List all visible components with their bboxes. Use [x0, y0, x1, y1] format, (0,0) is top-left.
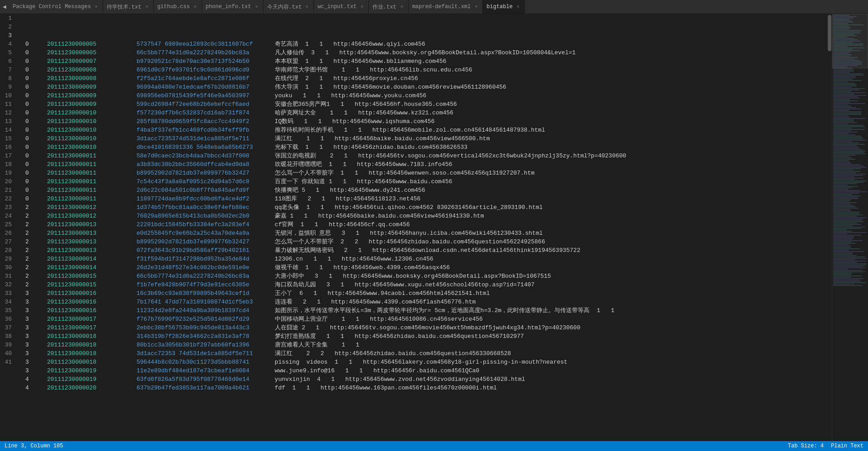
- col-space: [36, 212, 45, 220]
- col-hash: 80b1cc3a3056b301bf297abb60fa1396: [137, 341, 268, 349]
- col-timestamp: 20111230000018: [47, 358, 124, 366]
- col-hash: b89952902d7821db37e8999776b32427: [137, 169, 268, 177]
- col-space: [36, 74, 45, 83]
- col-space: [36, 177, 45, 186]
- col-content: 本本联盟 1 1 http:456456www.bblianmeng.com45…: [268, 57, 446, 66]
- vertical-scrollbar[interactable]: [827, 14, 832, 441]
- tab-close-button[interactable]: ×: [254, 4, 259, 10]
- line-number: 17: [0, 152, 15, 160]
- col-flag: 0: [25, 126, 34, 134]
- col-space2: [126, 126, 135, 134]
- code-area[interactable]: 0 20111230000005 5737547 6989eea12893c0c…: [19, 14, 827, 441]
- main-content: 1234567891011121314151617181920212223242…: [0, 14, 868, 441]
- table-row: 3 20111230000016 16c3b69cc93e838f89895b4…: [24, 289, 827, 298]
- tab-wc_input_txt[interactable]: wc_input.txt×: [314, 0, 368, 14]
- tab-close-button[interactable]: ×: [304, 4, 310, 10]
- col-hash: 112324d2e8fa2449a9ba309b18397cd4: [137, 306, 268, 315]
- table-row: 0 20111230000011 a3b83dc38b2bbc35660dffc…: [24, 160, 827, 169]
- col-space2: [126, 341, 135, 349]
- col-timestamp: 20111230000011: [47, 169, 124, 177]
- col-flag: 4: [25, 384, 34, 392]
- table-row: 0 20111230000010 f577230df7b6c532837cd16…: [24, 109, 827, 117]
- col-space2: [126, 160, 135, 169]
- col-flag: 3: [25, 298, 34, 306]
- col-space: [36, 83, 45, 91]
- col-flag: 0: [25, 169, 34, 177]
- col-flag: 3: [25, 366, 34, 375]
- col-content: 中国移动网上营业厅 1 1 http:45645610086.cn456serv…: [268, 315, 483, 323]
- col-timestamp: 20111230000009: [47, 83, 124, 91]
- col-content: 在线代理 2 1 http:456456proxyie.cn456: [268, 74, 418, 83]
- col-timestamp: 20111230000012: [47, 203, 124, 212]
- col-timestamp: 20111230000018: [47, 332, 124, 341]
- table-row: 2 20111230000015 66c5bb7774e31d0a2227824…: [24, 272, 827, 280]
- col-timestamp: 20111230000018: [47, 349, 124, 358]
- col-content: 百度一下 你就知道 1 1 http:456456www.baidu.com45…: [268, 177, 452, 186]
- table-row: 0 20111230000011 58e7d0caec23bcb4daa7bbc…: [24, 152, 827, 160]
- col-content: 凡人修仙传 3 1 http:456456www.booksky.org456B…: [268, 48, 576, 57]
- col-content: 豪嘉 1 1 http:456456baike.baidu.com456view…: [268, 212, 484, 220]
- tab-label: bigtable: [486, 4, 513, 10]
- col-hash: f767b76990f9232e525d5014d802fd29: [137, 315, 268, 323]
- tab-close-button[interactable]: ×: [473, 4, 479, 10]
- tab-_____txt[interactable]: 今天内容.txt×: [264, 0, 314, 14]
- line-number: 21: [0, 186, 15, 195]
- table-row: 0 20111230000008 6961d0c97fe93701fc9c0d8…: [24, 66, 827, 74]
- table-row: 0 20111230000005 5737547 6989eea12893c0c…: [24, 40, 827, 48]
- col-timestamp: 20111230000008: [47, 74, 124, 83]
- col-content: 梦幻打造熟练度 1 1 http:456456zhidao.baidu.com4…: [268, 332, 524, 341]
- table-row: 3 20111230000016 112324d2e8fa2449a9ba309…: [24, 306, 827, 315]
- col-flag: 3: [25, 289, 34, 298]
- table-row: 2 20111230000014 26d2e31d48f527e34c082bc…: [24, 263, 827, 272]
- tab-bar-left-arrow[interactable]: ◀: [0, 0, 9, 14]
- tab-phone_info_txt[interactable]: phone_info.txt×: [202, 0, 264, 14]
- col-content: 满江红 2 2 http:456456zhidao.baidu.com456qu…: [268, 349, 511, 358]
- col-flag: 0: [25, 195, 34, 203]
- col-timestamp: 20111230000007: [47, 57, 124, 66]
- col-content: cf官网 1 1 http:456456cf.qq.com456: [268, 220, 410, 229]
- col-space2: [126, 298, 135, 306]
- tab-github_css[interactable]: github.css×: [154, 0, 202, 14]
- line-number: 37: [0, 323, 15, 332]
- tab-close-button[interactable]: ×: [193, 4, 198, 10]
- table-row: 2 20111230000013 22201bdc15845bfb33384ef…: [24, 220, 827, 229]
- table-row: 2 20111230000013 e0d255845fc9e66b2a25c43…: [24, 229, 827, 237]
- line-number: 31: [0, 272, 15, 280]
- col-space2: [126, 134, 135, 143]
- col-content: www.june9.info@16 1 1 http:456456r.baidu…: [268, 366, 479, 375]
- col-timestamp: 20111230000011: [47, 195, 124, 203]
- col-hash: 16c3b69cc93e838f89895b49643cef1d: [137, 289, 268, 298]
- col-space2: [126, 40, 135, 48]
- col-space: [36, 66, 45, 74]
- col-timestamp: 20111230000013: [47, 237, 124, 246]
- tab-close-button[interactable]: ×: [515, 4, 521, 10]
- col-flag: 0: [25, 40, 34, 48]
- col-timestamp: 20111230000009: [47, 91, 124, 100]
- col-flag: 0: [25, 48, 34, 57]
- col-content: fdf 1 1 http:456456www.163pan.com456file…: [268, 384, 497, 392]
- col-content: 连连看 2 1 http:456456www.4399.com456flash4…: [268, 298, 476, 306]
- tab-bigtable[interactable]: bigtable×: [483, 0, 525, 14]
- tab-close-button[interactable]: ×: [94, 4, 99, 10]
- tab-close-button[interactable]: ×: [144, 4, 150, 10]
- col-space: [36, 384, 45, 392]
- tab-close-button[interactable]: ×: [399, 4, 405, 10]
- col-flag: 3: [25, 315, 34, 323]
- tab-___txt[interactable]: 作业.txt×: [369, 0, 409, 14]
- col-space2: [126, 237, 135, 246]
- col-space: [36, 366, 45, 375]
- col-space2: [126, 280, 135, 289]
- col-hash: 5737547 6989eea12893c0c3811607bcf: [137, 40, 268, 48]
- tab-Package_Control_Messages[interactable]: Package Control Messages×: [9, 0, 103, 14]
- line-number: 29: [0, 255, 15, 263]
- tab-_____txt[interactable]: 待学技术.txt×: [103, 0, 154, 14]
- table-row: 0 20111230000010 dbce410168391336 5648eb…: [24, 143, 827, 152]
- line-number: 8: [0, 74, 15, 83]
- scrollbar-thumb[interactable]: [828, 15, 831, 51]
- tab-close-button[interactable]: ×: [359, 4, 365, 10]
- minimap-content: [832, 14, 868, 441]
- col-space: [36, 306, 45, 315]
- col-space2: [126, 117, 135, 126]
- tab-mapred_default_xml[interactable]: mapred-default.xml×: [409, 0, 483, 14]
- col-hash: 314b319b7f2826e34662c2a831e3af78: [137, 332, 268, 341]
